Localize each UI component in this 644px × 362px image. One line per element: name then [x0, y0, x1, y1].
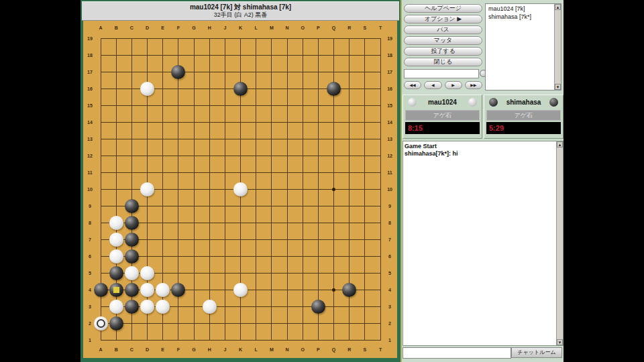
row-label: 14 — [385, 119, 394, 125]
stone-C3 — [125, 300, 139, 314]
row-label: 17 — [385, 69, 394, 75]
column-label: C — [127, 347, 136, 353]
stone-B8 — [109, 216, 123, 230]
stone-C6 — [125, 249, 139, 263]
stone-F17 — [171, 65, 185, 79]
stone-A2 — [94, 316, 108, 330]
row-label: 10 — [385, 186, 394, 192]
pass-button[interactable]: パス — [404, 25, 482, 34]
row-label: 18 — [385, 52, 394, 58]
row-label: 1 — [85, 337, 95, 343]
help-page-button[interactable]: ヘルプページ — [404, 4, 482, 13]
white-stone-icon — [408, 98, 417, 107]
row-label: 11 — [385, 170, 394, 176]
app-window: mau1024 [7k] 対 shimahasa [7k] 32手目 (白 A2… — [0, 0, 644, 362]
row-label: 2 — [85, 320, 95, 326]
row-label: 8 — [85, 220, 95, 226]
next-move-button[interactable]: ▶ — [445, 81, 462, 89]
row-label: 7 — [85, 237, 95, 243]
stone-C9 — [125, 199, 139, 213]
scroll-up-icon[interactable]: ▲ — [557, 141, 563, 147]
column-label: T — [376, 347, 385, 353]
row-label: 6 — [85, 253, 95, 259]
column-label: E — [158, 25, 168, 31]
column-label: O — [298, 25, 307, 31]
player-panel-white: mau1024 アゲ石 8:15 — [402, 95, 482, 139]
row-label: 16 — [385, 86, 394, 92]
row-label: 13 — [85, 136, 95, 142]
user-list-item[interactable]: shimahasa [7k*] — [486, 13, 554, 21]
resign-button[interactable]: 投了する — [404, 47, 482, 56]
last-move-button[interactable]: ▶▶ — [465, 81, 482, 89]
column-label: Q — [329, 347, 339, 353]
go-board[interactable]: AABBCCDDEEFFGGHHJJKKLLMMNNOOPPQQRRSSTT19… — [83, 21, 397, 358]
close-button[interactable]: 閉じる — [404, 58, 482, 66]
stone-D3 — [140, 300, 154, 314]
scroll-up-icon[interactable]: ▲ — [555, 4, 561, 10]
row-label: 11 — [85, 170, 95, 176]
stone-C5 — [125, 266, 139, 280]
row-label: 12 — [85, 153, 95, 159]
column-label: J — [220, 347, 229, 353]
player-timer: 5:29 — [486, 122, 561, 134]
stone-R4 — [342, 283, 356, 297]
first-move-button[interactable]: ◀◀ — [404, 81, 421, 89]
stone-B2 — [109, 316, 123, 330]
prev-move-button[interactable]: ◀ — [424, 81, 441, 89]
stone-K10 — [233, 182, 248, 196]
board-frame: mau1024 [7k] 対 shimahasa [7k] 32手目 (白 A2… — [80, 0, 400, 362]
stone-D10 — [140, 182, 154, 196]
chat-scrollbar[interactable]: ▲ ▼ — [556, 141, 563, 345]
column-label: E — [158, 347, 168, 353]
row-label: 19 — [85, 36, 95, 42]
command-input[interactable] — [404, 69, 479, 78]
row-label: 19 — [385, 36, 394, 42]
chat-room-button[interactable]: チャットルーム — [511, 347, 562, 358]
row-label: 4 — [85, 287, 95, 293]
row-label: 15 — [85, 103, 95, 109]
column-label: G — [189, 347, 199, 353]
stone-B6 — [109, 249, 123, 263]
column-label: J — [220, 25, 229, 31]
column-label: K — [236, 25, 246, 31]
column-label: S — [360, 25, 370, 31]
row-label: 16 — [85, 86, 95, 92]
row-label: 5 — [385, 270, 394, 276]
captures-bar: アゲ石 — [486, 110, 561, 121]
column-label: F — [174, 347, 183, 353]
grid-line — [101, 323, 381, 324]
last-move-marker — [97, 319, 105, 328]
options-button[interactable]: オプション ▶ — [404, 15, 482, 23]
menu-button-column: ヘルプページオプション ▶パスマッタ投了する閉じる — [404, 4, 482, 68]
stone-B5 — [109, 266, 123, 280]
row-label: 13 — [385, 136, 394, 142]
scroll-down-icon[interactable]: ▼ — [557, 339, 563, 345]
grid-line — [101, 256, 381, 257]
row-label: 9 — [385, 203, 394, 209]
column-label: P — [313, 25, 323, 31]
move-navigation: ◀◀◀▶▶▶ — [404, 81, 482, 89]
column-label: L — [252, 347, 261, 353]
column-label: A — [96, 347, 105, 353]
grid-line — [318, 38, 319, 341]
column-label: B — [111, 347, 121, 353]
column-label: B — [111, 25, 121, 31]
user-list-item[interactable]: mau1024 [7k] — [486, 5, 554, 13]
star-point — [332, 188, 335, 191]
chat-input[interactable] — [402, 347, 511, 359]
row-label: 3 — [85, 304, 95, 310]
undo-button[interactable]: マッタ — [404, 36, 482, 45]
column-label: K — [236, 347, 246, 353]
scroll-down-icon[interactable]: ▼ — [555, 84, 561, 90]
user-list-scrollbar[interactable]: ▲ ▼ — [554, 4, 561, 90]
stone-B4 — [109, 283, 123, 297]
column-label: D — [143, 347, 152, 353]
column-label: D — [143, 25, 152, 31]
highlight-marker — [113, 287, 119, 293]
stone-C4 — [125, 283, 139, 297]
column-label: L — [252, 25, 261, 31]
row-label: 15 — [385, 103, 394, 109]
player-panel-black: shimahasa アゲ石 5:29 — [484, 95, 564, 139]
stone-A4 — [94, 283, 108, 297]
column-label: R — [345, 347, 354, 353]
